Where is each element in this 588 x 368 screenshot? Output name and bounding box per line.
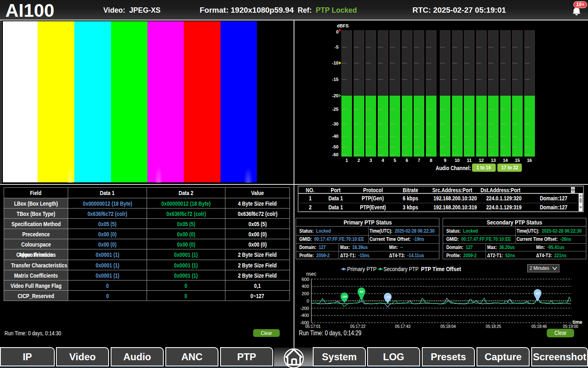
svg-text:69: 69 — [360, 290, 363, 294]
svg-text:-74: -74 — [385, 295, 390, 299]
svg-text:60: 60 — [536, 292, 539, 295]
svg-text:-64: -64 — [342, 295, 347, 298]
